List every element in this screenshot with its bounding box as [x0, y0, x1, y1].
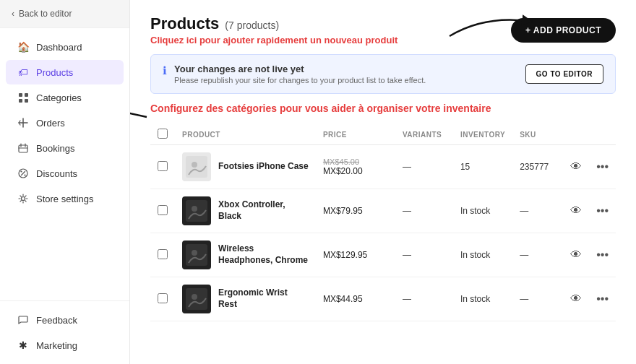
- sidebar-item-feedback[interactable]: Feedback: [6, 308, 124, 332]
- product-table: PRODUCT PRICE VARIANTS INVENTORY SKU: [150, 124, 616, 321]
- alert-title: Your changes are not live yet: [174, 64, 426, 74]
- back-label: Back to editor: [19, 9, 72, 19]
- sidebar-item-orders[interactable]: Orders: [6, 110, 124, 135]
- table-row: Xbox Controller, Black MX$79.95—In stock…: [150, 189, 616, 233]
- sidebar-marketing-label: Marketing: [36, 340, 77, 351]
- go-to-editor-button[interactable]: GO TO EDITOR: [525, 64, 603, 84]
- more-options-icon[interactable]: •••: [596, 204, 609, 217]
- alert-subtitle: Please republish your site for changes t…: [174, 76, 426, 84]
- add-product-button[interactable]: + ADD PRODUCT: [511, 18, 616, 43]
- page-title: Products: [150, 14, 219, 33]
- categories-hint: Configurez des catégories pour vous aide…: [150, 103, 616, 114]
- sidebar-item-label: Store settings: [36, 194, 94, 204]
- product-count: (7 products): [225, 20, 279, 31]
- variants-cell: —: [395, 233, 453, 277]
- back-to-editor[interactable]: ‹ Back to editor: [0, 0, 129, 28]
- sidebar-item-label: Bookings: [36, 143, 74, 154]
- row-checkbox[interactable]: [158, 293, 168, 303]
- categories-icon: [17, 92, 29, 103]
- product-image: [182, 152, 211, 181]
- orders-icon: [17, 117, 29, 129]
- info-icon: ℹ: [163, 64, 167, 77]
- marketing-icon: ✱: [17, 339, 29, 351]
- store-settings-icon: [17, 193, 29, 204]
- sidebar-bottom: Feedback ✱ Marketing: [0, 300, 129, 364]
- sidebar-item-marketing[interactable]: ✱ Marketing: [6, 333, 124, 358]
- price-new: MX$129.95: [323, 250, 374, 260]
- bookings-icon: [17, 142, 29, 154]
- page-title-area: Products (7 products) Cliquez ici pour a…: [150, 14, 398, 46]
- row-checkbox[interactable]: [158, 205, 168, 215]
- page-header: Products (7 products) Cliquez ici pour a…: [150, 14, 616, 46]
- sidebar-item-discounts[interactable]: Discounts: [6, 161, 124, 186]
- back-arrow-icon: ‹: [12, 9, 14, 19]
- price-old: MX$45.00: [323, 157, 374, 166]
- view-icon[interactable]: 👁: [570, 292, 582, 305]
- svg-point-10: [192, 206, 197, 212]
- sidebar-item-categories[interactable]: Categories: [6, 85, 124, 110]
- view-icon[interactable]: 👁: [570, 160, 582, 173]
- variants-cell: —: [395, 277, 453, 321]
- discounts-icon: [17, 168, 29, 179]
- sidebar-feedback-label: Feedback: [36, 315, 77, 326]
- variants-cell: —: [395, 189, 453, 233]
- product-image: [182, 240, 211, 269]
- sidebar-item-dashboard[interactable]: 🏠 Dashboard: [6, 35, 124, 59]
- table-row: Ergonomic Wrist Rest MX$44.95—In stock—👁…: [150, 277, 616, 321]
- inventory-cell: In stock: [453, 189, 512, 233]
- alert-bar: ℹ Your changes are not live yet Please r…: [150, 54, 616, 94]
- svg-point-14: [192, 294, 197, 300]
- inventory-cell: In stock: [453, 277, 512, 321]
- alert-content: ℹ Your changes are not live yet Please r…: [163, 64, 426, 84]
- view-icon[interactable]: 👁: [570, 248, 582, 261]
- product-name: Ergonomic Wrist Rest: [218, 287, 309, 310]
- svg-point-8: [192, 162, 197, 168]
- sidebar-item-label: Categories: [36, 92, 82, 103]
- more-options-icon[interactable]: •••: [596, 292, 609, 305]
- add-product-hint: Cliquez ici pour ajouter rapidement un n…: [150, 35, 398, 46]
- feedback-icon: [17, 314, 29, 326]
- price-new: MX$20.00: [323, 166, 374, 176]
- svg-rect-2: [19, 99, 22, 103]
- more-options-icon[interactable]: •••: [596, 248, 609, 261]
- col-header-variants: VARIANTS: [395, 124, 453, 145]
- svg-rect-1: [25, 93, 28, 97]
- product-cell: Xbox Controller, Black: [182, 196, 309, 225]
- price-new: MX$44.95: [323, 294, 374, 304]
- product-cell: Wireless Headphones, Chrome: [182, 240, 309, 269]
- sidebar-item-label: Orders: [36, 118, 65, 129]
- col-header-price: PRICE: [316, 124, 381, 145]
- table-row: Footsies iPhone Case MX$45.00MX$20.00—15…: [150, 145, 616, 189]
- more-options-icon[interactable]: •••: [596, 160, 609, 173]
- sku-cell: —: [512, 189, 563, 233]
- sku-cell: —: [512, 233, 563, 277]
- product-name: Wireless Headphones, Chrome: [218, 243, 309, 266]
- main-content: Products (7 products) Cliquez ici pour a…: [130, 0, 636, 364]
- product-cell: Footsies iPhone Case: [182, 152, 309, 181]
- row-checkbox[interactable]: [158, 161, 168, 171]
- variants-cell: —: [395, 145, 453, 189]
- dashboard-icon: 🏠: [17, 41, 29, 53]
- sidebar-item-products[interactable]: 🏷 Products: [6, 60, 124, 84]
- select-all-checkbox[interactable]: [158, 129, 168, 139]
- price-new: MX$79.95: [323, 206, 374, 216]
- svg-point-6: [22, 197, 25, 201]
- table-row: Wireless Headphones, Chrome MX$129.95—In…: [150, 233, 616, 277]
- inventory-cell: In stock: [453, 233, 512, 277]
- svg-rect-0: [19, 93, 22, 97]
- sidebar-item-bookings[interactable]: Bookings: [6, 136, 124, 160]
- product-image: [182, 196, 211, 225]
- row-checkbox[interactable]: [158, 249, 168, 259]
- sidebar-item-label: Discounts: [36, 168, 77, 179]
- sidebar: ‹ Back to editor 🏠 Dashboard 🏷 Products …: [0, 0, 130, 364]
- sidebar-item-label: Products: [36, 67, 73, 78]
- sidebar-item-label: Dashboard: [36, 42, 82, 53]
- col-header-sku: SKU: [512, 124, 563, 145]
- view-icon[interactable]: 👁: [570, 204, 582, 217]
- sidebar-item-store-settings[interactable]: Store settings: [6, 186, 124, 211]
- inventory-cell: 15: [453, 145, 512, 189]
- col-header-inventory: INVENTORY: [453, 124, 512, 145]
- svg-rect-3: [25, 99, 28, 103]
- col-header-product: PRODUCT: [175, 124, 316, 145]
- svg-point-12: [192, 250, 197, 256]
